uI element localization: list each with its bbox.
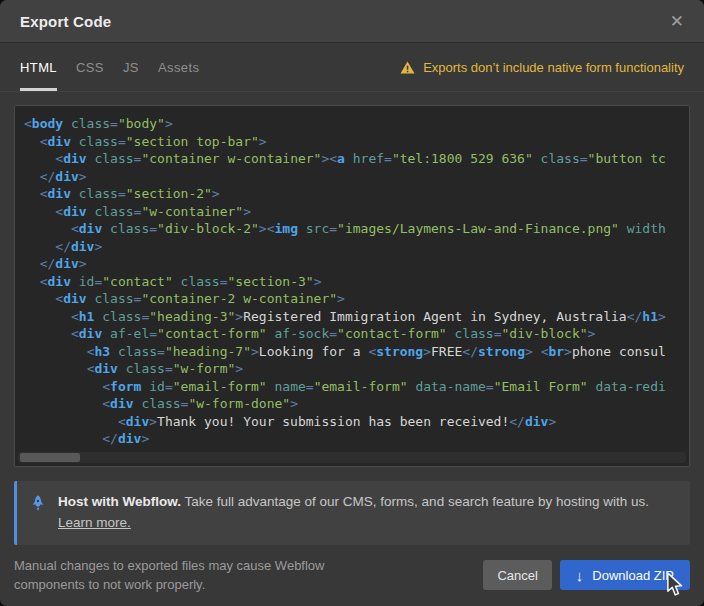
code-line: <div class="w-form">	[24, 360, 689, 378]
tab-html[interactable]: HTML	[20, 43, 57, 91]
code-line: <div class="section-2">	[24, 185, 689, 203]
dialog-titlebar: Export Code ✕	[0, 0, 704, 43]
code-line: </div>	[24, 238, 689, 256]
tab-css[interactable]: CSS	[76, 43, 104, 91]
export-code-modal-backdrop: Export Code ✕ HTML CSS JS Assets Exports…	[0, 0, 704, 606]
warning-text: Exports don’t include native form functi…	[423, 60, 684, 75]
tab-js[interactable]: JS	[123, 43, 139, 91]
code-line: <div id="contact" class="section-3">	[24, 273, 689, 291]
code-line: <div class="w-form-done">	[24, 395, 689, 413]
code-lines: <body class="body"> <div class="section …	[15, 106, 689, 448]
form-functionality-warning: Exports don’t include native form functi…	[400, 43, 684, 91]
code-line: <div class="section top-bar">	[24, 133, 689, 151]
hosting-notice-body: Take full advantage of our CMS, forms, a…	[181, 494, 649, 509]
download-icon: ↓	[576, 568, 584, 583]
tabs-bar: HTML CSS JS Assets Exports don’t include…	[0, 43, 704, 92]
download-zip-label: Download ZIP	[592, 568, 674, 583]
hosting-notice-title: Host with Webflow.	[58, 494, 181, 509]
code-line: <div>Thank you! Your submission has been…	[24, 413, 689, 431]
dialog-footer: Manual changes to exported files may cau…	[0, 545, 704, 606]
mouse-cursor	[666, 572, 684, 597]
code-line: <form id="email-form" name="email-form" …	[24, 378, 689, 396]
scrollbar-thumb[interactable]	[20, 453, 80, 462]
close-icon[interactable]: ✕	[670, 13, 684, 30]
horizontal-scrollbar[interactable]	[18, 452, 686, 463]
code-line: <div class="container w-container"><a hr…	[24, 150, 689, 168]
code-line: </div>	[24, 430, 689, 448]
warning-icon	[400, 61, 415, 74]
learn-more-link[interactable]: Learn more.	[58, 513, 131, 533]
code-line: <div af-el="contact-form" af-sock="conta…	[24, 325, 689, 343]
code-line: <h3 class="heading-7">Looking for a <str…	[24, 343, 689, 361]
rocket-icon	[29, 494, 47, 516]
hosting-notice: Host with Webflow. Take full advantage o…	[14, 481, 690, 545]
hosting-notice-text: Host with Webflow. Take full advantage o…	[58, 492, 649, 534]
code-line: <div class="div-block-2"><img src="image…	[24, 220, 689, 238]
code-line: </div>	[24, 168, 689, 186]
cancel-button[interactable]: Cancel	[483, 560, 551, 590]
dialog-title: Export Code	[20, 13, 111, 30]
code-line: <div class="w-container">	[24, 203, 689, 221]
code-line: <div class="container-2 w-container">	[24, 290, 689, 308]
footer-note: Manual changes to exported files may cau…	[14, 556, 366, 595]
code-line: </div>	[24, 255, 689, 273]
code-line: <h1 class="heading-3">Registered Immigra…	[24, 308, 689, 326]
code-line: <body class="body">	[24, 115, 689, 133]
tab-assets[interactable]: Assets	[158, 43, 199, 91]
export-code-dialog: Export Code ✕ HTML CSS JS Assets Exports…	[0, 0, 704, 606]
code-editor[interactable]: <body class="body"> <div class="section …	[14, 105, 690, 467]
